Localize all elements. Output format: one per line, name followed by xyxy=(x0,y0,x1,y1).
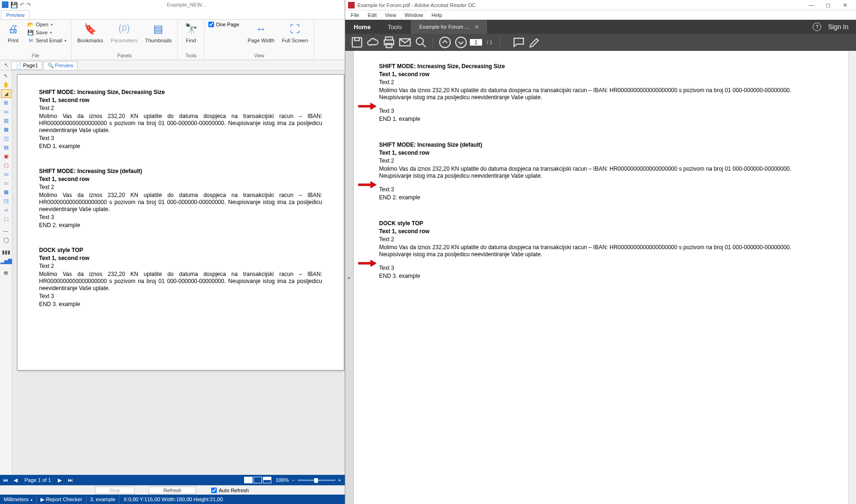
next-page-button[interactable]: ▶ xyxy=(55,477,65,483)
text-row: Text 2 xyxy=(39,263,322,270)
minimize-button[interactable]: — xyxy=(803,1,819,9)
tool-line-icon[interactable]: — xyxy=(1,227,11,235)
print-icon[interactable] xyxy=(382,36,396,49)
zoom-slider[interactable] xyxy=(298,480,335,481)
tool-2-icon[interactable]: ▭ xyxy=(1,107,11,116)
tool-4-icon[interactable]: ▦ xyxy=(1,125,11,134)
units-segment[interactable]: Millimeters ▴ xyxy=(0,495,37,504)
tab-doc-preview[interactable]: 🔍Preview xyxy=(43,61,78,70)
tool-barcode-icon[interactable]: ▮▮▮ xyxy=(1,248,11,256)
thumbnails-button[interactable]: ▤Thumbnails xyxy=(142,21,174,44)
tool-13-icon[interactable]: ▱ xyxy=(1,205,11,214)
auto-refresh-checkbox[interactable] xyxy=(211,488,217,493)
find-button[interactable]: 🔭Find xyxy=(181,21,201,44)
group-view-label: View xyxy=(207,53,311,59)
tool-text-icon[interactable]: ⊞ xyxy=(1,98,11,107)
tool-6-icon[interactable]: ▤ xyxy=(1,143,11,151)
tool-12-icon[interactable]: ◳ xyxy=(1,197,11,205)
menu-view[interactable]: View xyxy=(381,11,400,19)
status-bar: Millimeters ▴ ▶Report Checker 3. example… xyxy=(0,495,345,504)
parameters-icon: ⒫ xyxy=(117,22,132,37)
tool-11-icon[interactable]: ▦ xyxy=(1,188,11,196)
help-icon[interactable]: ? xyxy=(813,23,821,31)
tool-5-icon[interactable]: ◫ xyxy=(1,134,11,142)
search-icon[interactable] xyxy=(414,36,428,49)
report-checker-segment[interactable]: ▶Report Checker xyxy=(37,495,87,504)
preview-icon: 🔍 xyxy=(48,63,53,68)
tool-10-icon[interactable]: ▭ xyxy=(1,179,11,187)
full-screen-button[interactable]: ⛶Full Screen xyxy=(279,21,311,44)
print-button[interactable]: 🖨 Print xyxy=(3,21,24,44)
menu-window[interactable]: Window xyxy=(401,11,427,19)
tool-3-icon[interactable]: ▥ xyxy=(1,116,11,125)
page-width-button[interactable]: ↔Page Width xyxy=(245,21,277,44)
menu-file[interactable]: File xyxy=(347,11,363,19)
text-row: Molimo Vas da iznos 232,20 KN uplatite d… xyxy=(379,244,823,258)
auto-refresh-check[interactable]: Auto Refresh xyxy=(210,487,250,494)
svg-rect-1 xyxy=(355,38,359,40)
menu-edit[interactable]: Edit xyxy=(364,11,380,19)
tool-highlight-icon[interactable]: ◢ xyxy=(1,89,11,98)
view-single-icon[interactable] xyxy=(244,477,253,483)
page-up-icon[interactable] xyxy=(438,36,452,49)
tool-wrench-icon[interactable]: 🛠 xyxy=(1,269,11,277)
pdf-page: SHIFT MODE: Increasing Size, Decreasing … xyxy=(354,51,848,504)
red-arrow-icon xyxy=(357,181,377,189)
page-down-icon[interactable] xyxy=(454,36,468,49)
tab-preview[interactable]: Preview xyxy=(1,10,30,19)
nav-gutter[interactable]: ▸ xyxy=(345,51,354,504)
undo-icon[interactable]: ↶ xyxy=(20,1,24,8)
save-button[interactable]: 💾Save▾ xyxy=(25,29,68,36)
tool-pointer-icon[interactable]: ↖ xyxy=(1,71,11,80)
canvas[interactable]: SHIFT MODE: Increasing Size, Decreasing … xyxy=(12,71,345,475)
refresh-button[interactable]: Refresh xyxy=(149,487,196,494)
tab-tools[interactable]: Tools xyxy=(379,20,410,34)
text-row: DOCK style TOP xyxy=(39,247,322,254)
last-page-button[interactable]: ⏭ xyxy=(65,477,75,483)
comment-icon[interactable] xyxy=(512,36,526,49)
svg-point-6 xyxy=(416,38,423,45)
zoom-value: 106% xyxy=(276,477,289,483)
quicksave-icon[interactable]: 💾 xyxy=(10,1,18,8)
view-cont-icon[interactable] xyxy=(254,477,262,483)
bookmarks-button[interactable]: 🔖Bookmarks xyxy=(74,21,106,44)
tool-8-icon[interactable]: ▢ xyxy=(1,161,11,169)
zoom-out-button[interactable]: − xyxy=(292,477,294,483)
tab-page1[interactable]: 📄Page1 xyxy=(11,61,42,70)
sign-in-button[interactable]: Sign In xyxy=(828,23,848,31)
prev-page-button[interactable]: ◀ xyxy=(10,477,21,483)
close-button[interactable]: ✕ xyxy=(837,1,853,9)
red-arrow-icon xyxy=(357,102,377,110)
save-icon: 💾 xyxy=(27,29,34,36)
open-button[interactable]: 📂Open▾ xyxy=(25,21,68,28)
zoom-in-button[interactable]: + xyxy=(338,477,341,483)
svg-rect-4 xyxy=(386,43,392,47)
tool-shape-icon[interactable]: ◯ xyxy=(1,236,11,244)
view-multi-icon[interactable] xyxy=(263,477,271,483)
save-icon[interactable] xyxy=(350,36,364,49)
menu-help[interactable]: Help xyxy=(428,11,446,19)
tool-chart-icon[interactable]: ▂▅▇ xyxy=(1,257,11,265)
group-file-label: File xyxy=(3,53,68,59)
one-page-checkbox[interactable] xyxy=(208,22,214,27)
mail-icon[interactable] xyxy=(398,36,412,49)
cloud-icon[interactable] xyxy=(366,36,380,49)
scrollbar[interactable] xyxy=(848,51,856,504)
redo-icon[interactable]: ↷ xyxy=(26,1,31,8)
first-page-button[interactable]: ⏮ xyxy=(0,477,10,483)
print-label: Print xyxy=(8,38,19,43)
highlight-icon[interactable] xyxy=(528,36,542,49)
text-row: END 2. example xyxy=(39,222,322,229)
close-tab-icon[interactable]: ✕ xyxy=(475,24,479,30)
tab-home[interactable]: Home xyxy=(345,20,379,34)
page-current-input[interactable]: 1 xyxy=(470,39,482,46)
tool-7-icon[interactable]: ▣ xyxy=(1,152,11,160)
send-email-button[interactable]: ✉Send Email▾ xyxy=(25,37,68,44)
tool-14-icon[interactable]: ▢ xyxy=(1,214,11,223)
maximize-button[interactable]: ◻ xyxy=(820,1,836,9)
tool-9-icon[interactable]: ▭ xyxy=(1,170,11,178)
one-page-check[interactable]: One Page xyxy=(207,21,240,28)
cursor-tool-icon[interactable]: ↖ xyxy=(1,61,11,70)
tool-hand-icon[interactable]: ✋ xyxy=(1,80,11,89)
tab-document[interactable]: Example for Forum….✕ xyxy=(410,20,488,34)
